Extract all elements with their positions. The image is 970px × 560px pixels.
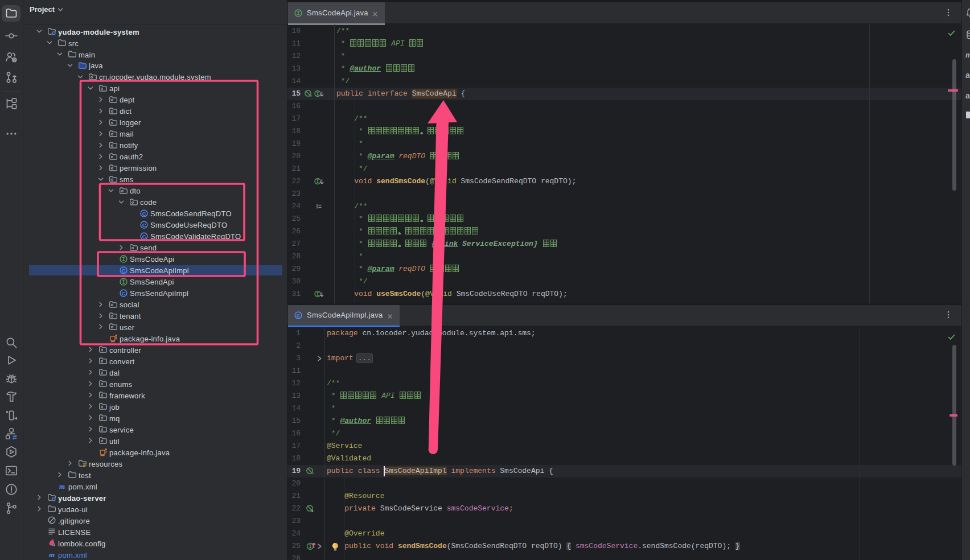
- svg-text:C: C: [142, 210, 146, 216]
- svg-text:m: m: [59, 482, 65, 491]
- svg-text:C: C: [142, 221, 146, 228]
- svg-text:m: m: [49, 550, 55, 559]
- svg-text:?: ?: [13, 57, 16, 63]
- svg-text:C: C: [297, 312, 301, 319]
- svg-text:C: C: [122, 290, 126, 296]
- svg-text:C: C: [142, 233, 146, 239]
- svg-text:C: C: [122, 267, 126, 273]
